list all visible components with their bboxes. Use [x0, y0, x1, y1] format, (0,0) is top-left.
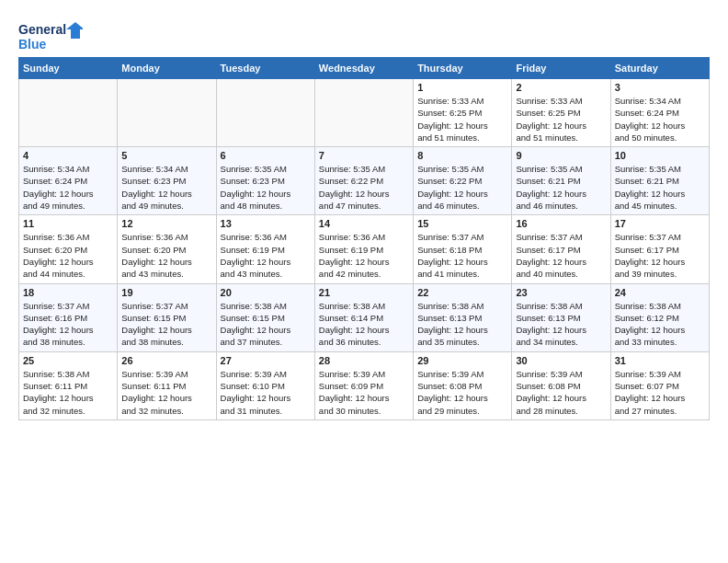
day-number: 30 — [516, 355, 606, 366]
cell-line: Daylight: 12 hours — [221, 257, 291, 267]
cell-line: Sunset: 6:11 PM — [121, 381, 186, 391]
day-number: 29 — [417, 355, 507, 366]
logo: General Blue — [18, 18, 83, 52]
day-number: 7 — [319, 150, 409, 161]
cell-line: Sunset: 6:24 PM — [23, 176, 87, 186]
cell-content: Sunrise: 5:33 AMSunset: 6:25 PMDaylight:… — [516, 95, 606, 144]
calendar-cell: 29Sunrise: 5:39 AMSunset: 6:08 PMDayligh… — [414, 351, 512, 419]
cell-line: Daylight: 12 hours — [23, 393, 94, 403]
cell-content: Sunrise: 5:36 AMSunset: 6:19 PMDaylight:… — [221, 231, 311, 280]
cell-line: Daylight: 12 hours — [417, 189, 488, 199]
cell-content: Sunrise: 5:38 AMSunset: 6:11 PMDaylight:… — [23, 368, 113, 417]
calendar-cell: 28Sunrise: 5:39 AMSunset: 6:09 PMDayligh… — [314, 351, 413, 419]
cell-line: and 29 minutes. — [417, 406, 480, 416]
cell-line: Daylight: 12 hours — [121, 257, 192, 267]
cell-line: and 41 minutes. — [417, 269, 480, 279]
cell-line: Sunset: 6:15 PM — [221, 313, 285, 323]
cell-line: Sunrise: 5:39 AM — [319, 369, 385, 379]
day-number: 3 — [615, 82, 705, 93]
header-row: SundayMondayTuesdayWednesdayThursdayFrid… — [19, 58, 710, 79]
day-number: 6 — [221, 150, 311, 161]
cell-line: Daylight: 12 hours — [615, 189, 686, 199]
day-number: 8 — [417, 150, 507, 161]
calendar-cell: 22Sunrise: 5:38 AMSunset: 6:13 PMDayligh… — [414, 283, 512, 351]
cell-content: Sunrise: 5:37 AMSunset: 6:18 PMDaylight:… — [417, 231, 507, 280]
day-number: 20 — [221, 287, 311, 298]
cell-content: Sunrise: 5:39 AMSunset: 6:10 PMDaylight:… — [221, 368, 311, 417]
cell-line: Sunrise: 5:33 AM — [516, 96, 582, 106]
day-number: 18 — [23, 287, 113, 298]
cell-line: and 30 minutes. — [319, 406, 381, 416]
cell-line: Daylight: 12 hours — [23, 257, 94, 267]
calendar-cell: 3Sunrise: 5:34 AMSunset: 6:24 PMDaylight… — [610, 79, 709, 147]
cell-line: and 42 minutes. — [319, 269, 381, 279]
cell-line: Sunset: 6:19 PM — [319, 245, 383, 255]
cell-line: and 33 minutes. — [615, 337, 677, 347]
header-cell-wednesday: Wednesday — [314, 58, 413, 79]
cell-line: Daylight: 12 hours — [417, 393, 488, 403]
cell-line: Sunrise: 5:38 AM — [23, 369, 89, 379]
cell-line: Daylight: 12 hours — [516, 325, 586, 335]
cell-line: Daylight: 12 hours — [319, 189, 390, 199]
calendar-cell: 19Sunrise: 5:37 AMSunset: 6:15 PMDayligh… — [118, 283, 216, 351]
cell-line: and 50 minutes. — [615, 132, 677, 143]
cell-line: Sunrise: 5:39 AM — [121, 369, 188, 379]
day-number: 10 — [615, 150, 705, 161]
cell-content: Sunrise: 5:35 AMSunset: 6:22 PMDaylight:… — [319, 163, 409, 212]
calendar-cell — [216, 79, 314, 147]
cell-line: Daylight: 12 hours — [615, 325, 686, 335]
day-number: 26 — [121, 355, 211, 366]
cell-line: Sunrise: 5:39 AM — [417, 369, 483, 379]
cell-line: Daylight: 12 hours — [221, 393, 291, 403]
calendar-cell: 6Sunrise: 5:35 AMSunset: 6:23 PMDaylight… — [216, 147, 314, 215]
day-number: 24 — [615, 287, 705, 298]
cell-line: Sunset: 6:17 PM — [516, 245, 580, 255]
cell-line: Sunrise: 5:35 AM — [319, 164, 385, 174]
header-cell-thursday: Thursday — [414, 58, 512, 79]
day-number: 2 — [516, 82, 606, 93]
cell-content: Sunrise: 5:39 AMSunset: 6:11 PMDaylight:… — [121, 368, 211, 417]
cell-content: Sunrise: 5:37 AMSunset: 6:17 PMDaylight:… — [615, 231, 705, 280]
week-row-2: 4Sunrise: 5:34 AMSunset: 6:24 PMDaylight… — [19, 147, 710, 215]
calendar-body: 1Sunrise: 5:33 AMSunset: 6:25 PMDaylight… — [19, 79, 710, 420]
header-cell-tuesday: Tuesday — [216, 58, 314, 79]
cell-line: Sunset: 6:10 PM — [221, 381, 285, 391]
cell-content: Sunrise: 5:34 AMSunset: 6:24 PMDaylight:… — [615, 95, 705, 144]
cell-line: Sunrise: 5:36 AM — [23, 232, 89, 242]
cell-line: Daylight: 12 hours — [23, 325, 94, 335]
calendar-header: SundayMondayTuesdayWednesdayThursdayFrid… — [19, 58, 710, 79]
cell-line: Sunrise: 5:35 AM — [516, 164, 582, 174]
calendar-cell: 26Sunrise: 5:39 AMSunset: 6:11 PMDayligh… — [118, 351, 216, 419]
cell-line: Sunset: 6:24 PM — [615, 108, 679, 118]
cell-line: Daylight: 12 hours — [319, 257, 390, 267]
header-cell-friday: Friday — [512, 58, 610, 79]
day-number: 4 — [23, 150, 113, 161]
cell-line: Daylight: 12 hours — [23, 189, 94, 199]
calendar-cell: 11Sunrise: 5:36 AMSunset: 6:20 PMDayligh… — [19, 215, 118, 283]
calendar-cell — [19, 79, 118, 147]
cell-line: and 46 minutes. — [417, 201, 480, 211]
cell-line: Sunrise: 5:38 AM — [221, 301, 287, 311]
cell-line: Daylight: 12 hours — [615, 121, 686, 131]
calendar-cell: 5Sunrise: 5:34 AMSunset: 6:23 PMDaylight… — [118, 147, 216, 215]
week-row-4: 18Sunrise: 5:37 AMSunset: 6:16 PMDayligh… — [19, 283, 710, 351]
calendar-cell: 4Sunrise: 5:34 AMSunset: 6:24 PMDaylight… — [19, 147, 118, 215]
cell-content: Sunrise: 5:37 AMSunset: 6:17 PMDaylight:… — [516, 231, 606, 280]
cell-line: Daylight: 12 hours — [121, 325, 192, 335]
cell-content: Sunrise: 5:34 AMSunset: 6:24 PMDaylight:… — [23, 163, 113, 212]
cell-line: Sunrise: 5:39 AM — [516, 369, 582, 379]
header: General Blue — [18, 15, 710, 52]
calendar-cell: 12Sunrise: 5:36 AMSunset: 6:20 PMDayligh… — [118, 215, 216, 283]
day-number: 27 — [221, 355, 311, 366]
cell-line: and 48 minutes. — [221, 201, 283, 211]
header-cell-sunday: Sunday — [19, 58, 118, 79]
cell-line: Sunset: 6:08 PM — [417, 381, 482, 391]
cell-line: Sunrise: 5:35 AM — [615, 164, 681, 174]
cell-line: and 51 minutes. — [516, 132, 578, 143]
logo-svg: General Blue — [18, 18, 83, 52]
calendar-cell: 2Sunrise: 5:33 AMSunset: 6:25 PMDaylight… — [512, 79, 610, 147]
calendar-cell: 14Sunrise: 5:36 AMSunset: 6:19 PMDayligh… — [314, 215, 413, 283]
calendar-cell: 30Sunrise: 5:39 AMSunset: 6:08 PMDayligh… — [512, 351, 610, 419]
cell-line: Sunset: 6:25 PM — [516, 108, 580, 118]
calendar-cell: 20Sunrise: 5:38 AMSunset: 6:15 PMDayligh… — [216, 283, 314, 351]
